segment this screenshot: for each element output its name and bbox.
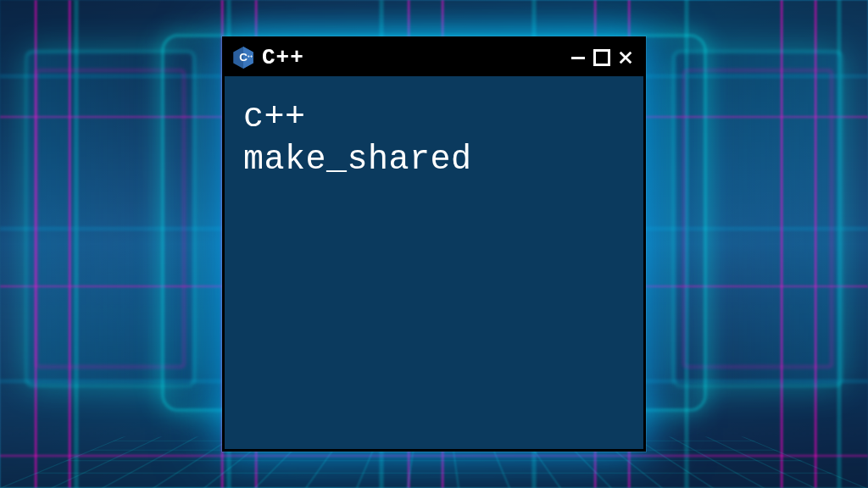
minimize-button[interactable] [569, 48, 587, 67]
svg-text:+: + [250, 53, 253, 58]
svg-text:+: + [248, 53, 250, 58]
titlebar[interactable]: C + + C++ [225, 39, 643, 76]
cpp-logo-icon: C + + [231, 46, 255, 69]
svg-text:C: C [239, 51, 248, 64]
close-button[interactable] [616, 48, 635, 67]
window-title: C++ [262, 45, 562, 70]
content-line-1: c++ [243, 97, 625, 139]
terminal-content: c++ make_shared [225, 76, 643, 202]
window-controls [569, 48, 635, 67]
close-icon [618, 50, 633, 65]
maximize-button[interactable] [593, 48, 611, 67]
terminal-window: C + + C++ c++ make_shared [222, 36, 646, 452]
content-line-2: make_shared [243, 139, 625, 181]
